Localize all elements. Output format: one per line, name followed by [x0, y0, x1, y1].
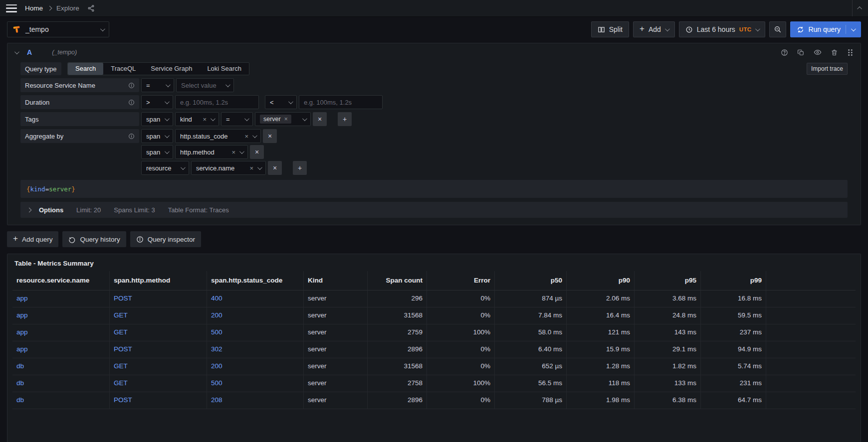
- drag-handle-icon[interactable]: [847, 49, 854, 56]
- query-type-search[interactable]: Search: [68, 63, 103, 75]
- query-type-traceql[interactable]: TraceQL: [103, 63, 143, 75]
- collapse-query-icon[interactable]: [14, 49, 19, 54]
- scroll-top-button[interactable]: [852, 0, 868, 16]
- chevron-up-icon: [857, 6, 862, 11]
- time-range-picker[interactable]: Last 6 hours UTC: [679, 21, 766, 37]
- clear-icon[interactable]: ×: [231, 149, 235, 155]
- cell-span.http.status_code[interactable]: 200: [207, 358, 304, 375]
- cell-resource.service.name[interactable]: db: [12, 375, 110, 392]
- table-row: dbGET200server315680%652 µs1.28 ms1.82 m…: [12, 358, 856, 375]
- query-type-service-graph[interactable]: Service Graph: [143, 63, 200, 75]
- cell-span.http.status_code[interactable]: 302: [207, 341, 304, 358]
- tag-scope-select[interactable]: span: [141, 112, 173, 126]
- options-collapse-row[interactable]: Options Limit: 20 Spans Limit: 3 Table F…: [20, 202, 848, 218]
- cell-span.http.method[interactable]: GET: [110, 307, 207, 324]
- cell-span.http.status_code[interactable]: 500: [207, 324, 304, 341]
- clear-icon[interactable]: ×: [203, 116, 207, 123]
- remove-aggregate-button[interactable]: ×: [263, 129, 277, 143]
- help-icon[interactable]: [781, 49, 788, 56]
- metrics-summary-panel: Table - Metrics Summary resource.service…: [7, 254, 861, 442]
- clear-icon[interactable]: ×: [249, 165, 253, 171]
- cell-resource.service.name[interactable]: app: [12, 324, 110, 341]
- remove-value-icon[interactable]: ×: [284, 116, 288, 122]
- column-header-span.http.status_code[interactable]: span.http.status_code: [207, 271, 304, 290]
- cell-resource.service.name[interactable]: db: [12, 392, 110, 409]
- query-inspector-button[interactable]: Query inspector: [130, 231, 201, 247]
- duration-min-input[interactable]: [175, 95, 259, 109]
- remove-tag-filter-button[interactable]: ×: [313, 112, 327, 126]
- query-type-loki-search[interactable]: Loki Search: [200, 63, 249, 75]
- column-header-span.http.method[interactable]: span.http.method: [110, 271, 207, 290]
- cell-span.http.method[interactable]: GET: [110, 324, 207, 341]
- cell-Span count: 2896: [368, 341, 427, 358]
- breadcrumb-home[interactable]: Home: [25, 4, 43, 12]
- cell-span.http.status_code[interactable]: 200: [207, 307, 304, 324]
- zoom-out-button[interactable]: [769, 21, 786, 37]
- cell-span.http.status_code[interactable]: 500: [207, 375, 304, 392]
- add-tag-filter-button[interactable]: +: [338, 112, 352, 126]
- clear-icon[interactable]: ×: [244, 133, 248, 140]
- cell-p99: 94.9 ms: [701, 341, 766, 358]
- cell-resource.service.name[interactable]: db: [12, 358, 110, 375]
- cell-span.http.method[interactable]: POST: [110, 392, 207, 409]
- service-name-value-select[interactable]: Select value: [176, 78, 234, 92]
- info-icon: [128, 99, 135, 106]
- duration-min-operator-select[interactable]: >: [141, 95, 173, 109]
- cell-span.http.method[interactable]: POST: [110, 341, 207, 358]
- aggregate-attribute-select[interactable]: http.method ×: [175, 145, 248, 159]
- datasource-picker[interactable]: _tempo: [7, 21, 109, 37]
- column-header-Error[interactable]: Error: [427, 271, 495, 290]
- column-header-p99[interactable]: p99: [701, 271, 766, 290]
- cell-resource.service.name[interactable]: app: [12, 307, 110, 324]
- aggregate-scope-select[interactable]: span: [141, 129, 173, 143]
- query-actions: + Add query Query history Query inspecto…: [7, 231, 861, 247]
- add-aggregate-button[interactable]: +: [293, 161, 307, 175]
- aggregate-attribute-select[interactable]: http.status_code ×: [175, 129, 261, 143]
- tag-value-select[interactable]: server ×: [255, 112, 311, 126]
- tag-operator-select[interactable]: =: [221, 112, 253, 126]
- add-query-button[interactable]: + Add query: [7, 231, 58, 247]
- toggle-visibility-icon[interactable]: [814, 48, 822, 56]
- cell-p90: 2.06 ms: [567, 291, 635, 307]
- aggregate-attribute-select[interactable]: service.name ×: [191, 161, 266, 175]
- query-type-radio-group: Search TraceQL Service Graph Loki Search: [67, 62, 249, 75]
- split-button[interactable]: Split: [591, 21, 629, 37]
- column-header-Kind[interactable]: Kind: [304, 271, 368, 290]
- column-header-p50[interactable]: p50: [495, 271, 567, 290]
- time-range-label: Last 6 hours: [697, 25, 735, 33]
- cell-span.http.method[interactable]: POST: [110, 291, 207, 307]
- share-icon[interactable]: [87, 4, 95, 12]
- service-name-operator-select[interactable]: =: [141, 78, 174, 92]
- query-history-label: Query history: [80, 236, 120, 243]
- column-header-resource.service.name[interactable]: resource.service.name: [12, 271, 110, 290]
- scope-value: span: [146, 148, 161, 156]
- query-ref-id[interactable]: A: [27, 48, 32, 56]
- cell-resource.service.name[interactable]: app: [12, 341, 110, 358]
- delete-query-icon[interactable]: [831, 49, 838, 56]
- add-button[interactable]: + Add: [633, 21, 675, 37]
- remove-aggregate-button[interactable]: ×: [250, 145, 264, 159]
- duration-max-input[interactable]: [299, 95, 383, 109]
- duration-max-operator-select[interactable]: <: [265, 95, 297, 109]
- query-history-button[interactable]: Query history: [62, 231, 126, 247]
- aggregate-scope-select[interactable]: resource: [141, 161, 189, 175]
- tag-name-select[interactable]: kind ×: [175, 112, 219, 126]
- column-header-p95[interactable]: p95: [635, 271, 701, 290]
- menu-icon[interactable]: [6, 4, 17, 12]
- cell-resource.service.name[interactable]: app: [12, 291, 110, 307]
- query-row-header[interactable]: A (_tempo): [7, 43, 861, 61]
- column-header-p90[interactable]: p90: [567, 271, 635, 290]
- cell-span.http.status_code[interactable]: 208: [207, 392, 304, 409]
- duplicate-query-icon[interactable]: [797, 49, 805, 56]
- cell-p95: 143 ms: [635, 324, 701, 341]
- aggregate-scope-select[interactable]: span: [141, 145, 173, 159]
- cell-span.http.method[interactable]: GET: [110, 375, 207, 392]
- column-header-Span count[interactable]: Span count: [368, 271, 427, 290]
- explore-toolbar: _tempo Split + Add Last 6 hours UTC: [0, 17, 868, 37]
- cell-span.http.status_code[interactable]: 400: [207, 291, 304, 307]
- cell-span.http.method[interactable]: GET: [110, 358, 207, 375]
- cell-Kind: server: [304, 375, 368, 392]
- run-query-button[interactable]: Run query: [790, 21, 861, 37]
- import-trace-button[interactable]: Import trace: [807, 63, 848, 75]
- remove-aggregate-button[interactable]: ×: [268, 161, 282, 175]
